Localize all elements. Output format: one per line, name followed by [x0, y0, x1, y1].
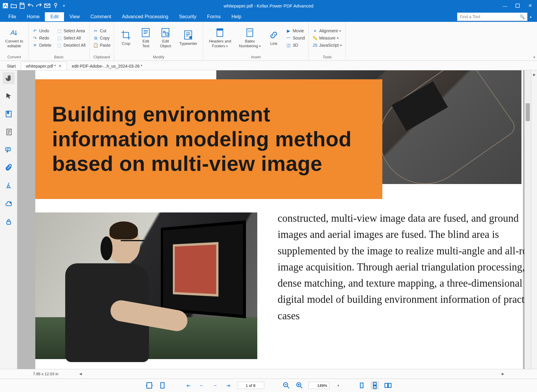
undo-icon: ↶: [32, 28, 38, 34]
3d-button[interactable]: ◫3D: [284, 42, 306, 48]
menu-comment[interactable]: Comment: [85, 12, 116, 21]
headers-footers-button[interactable]: Headers andFooters ▾: [205, 23, 235, 53]
crop-button[interactable]: Crop: [116, 23, 136, 53]
link-button[interactable]: Link: [265, 23, 283, 53]
svg-rect-6: [142, 28, 149, 37]
mail-icon[interactable]: [44, 2, 51, 9]
zoom-in-button[interactable]: [295, 381, 304, 390]
cloud-panel-icon[interactable]: [3, 198, 15, 210]
chevron-down-icon: ▾: [337, 36, 339, 40]
expand-right-icon[interactable]: ▶: [533, 73, 536, 369]
next-page-button[interactable]: →: [211, 381, 219, 390]
select-all-button[interactable]: ⬚Select All: [55, 35, 87, 41]
delete-icon: ✕: [32, 42, 38, 48]
cut-button[interactable]: ✂Cut: [91, 28, 112, 34]
select-area-button[interactable]: ⬚Select Area: [55, 28, 87, 34]
comments-panel-icon[interactable]: [3, 144, 15, 156]
convert-button[interactable]: A Convert to editable: [2, 23, 27, 53]
hscroll-left-icon[interactable]: ◀: [79, 372, 82, 376]
status-bar: 7.86 x 12.03 in ◀ ▶: [0, 369, 537, 379]
tab-whitepaper[interactable]: whitepaper.pdf *✕: [21, 62, 67, 70]
menu-security[interactable]: Security: [174, 12, 202, 21]
redo-icon: ↷: [32, 35, 38, 41]
alignment-button[interactable]: ≡Alignment ▾: [311, 28, 344, 34]
redo-button[interactable]: ↷Redo: [31, 35, 53, 41]
sound-icon: 〰: [286, 35, 291, 41]
last-page-button[interactable]: ⇥: [224, 381, 232, 390]
edit-text-icon: [141, 28, 151, 38]
fit-width-icon[interactable]: [145, 381, 153, 390]
attachment-panel-icon[interactable]: [3, 162, 15, 174]
qat-dropdown-icon[interactable]: ▾: [60, 2, 68, 9]
zoom-dropdown-icon[interactable]: ▾: [334, 381, 343, 390]
deselect-all-button[interactable]: ⬚Deselect All: [55, 42, 87, 48]
menu-forms[interactable]: Forms: [202, 12, 226, 21]
tab-start[interactable]: Start: [2, 62, 21, 70]
facing-view-icon[interactable]: [384, 381, 392, 390]
minimize-button[interactable]: —: [502, 2, 508, 9]
alignment-icon: ≡: [312, 28, 318, 34]
pages-panel-icon[interactable]: [3, 126, 15, 138]
scrollbar-thumb[interactable]: [526, 103, 530, 121]
single-page-view-icon[interactable]: [358, 381, 366, 390]
signatures-panel-icon[interactable]: [3, 180, 15, 192]
bates-icon: 123: [245, 28, 255, 38]
vertical-scrollbar[interactable]: [524, 70, 531, 369]
link-icon: [269, 30, 279, 40]
menu-file[interactable]: File: [3, 12, 22, 21]
edit-object-button[interactable]: EditObject: [156, 23, 175, 53]
ribbon-expand-icon[interactable]: ▾: [533, 55, 535, 59]
bookmark-icon[interactable]: [3, 108, 15, 120]
svg-text:A: A: [10, 29, 15, 36]
window-controls: — ✕: [502, 2, 537, 9]
maximize-button[interactable]: [514, 2, 521, 9]
heading-block: Building environment information modelin…: [35, 79, 382, 199]
security-panel-icon[interactable]: [3, 216, 15, 228]
window-title: whitepaper.pdf - Kofax Power PDF Advance…: [223, 3, 313, 8]
typewriter-button[interactable]: Typewriter: [175, 23, 201, 53]
page-view[interactable]: Building environment information modelin…: [17, 70, 524, 369]
find-tool-input[interactable]: Find a Tool 🔍: [457, 13, 527, 21]
menu-view[interactable]: View: [64, 12, 85, 21]
redo-icon[interactable]: [35, 2, 42, 9]
copy-button[interactable]: ⧉Copy: [91, 35, 112, 41]
zoom-out-button[interactable]: [282, 381, 290, 390]
ribbon-collapse-icon[interactable]: ▴: [527, 15, 534, 19]
group-basic-label: Basic: [29, 54, 89, 60]
javascript-icon: JS: [312, 42, 318, 48]
menu-home[interactable]: Home: [22, 12, 45, 21]
fit-page-icon[interactable]: [158, 381, 167, 390]
menu-advanced[interactable]: Advanced Processing: [117, 12, 174, 21]
select-area-icon: ⬚: [57, 28, 62, 34]
open-icon[interactable]: [10, 2, 17, 9]
article-heading: Building environment information modelin…: [52, 102, 366, 176]
menu-edit[interactable]: Edit: [45, 12, 64, 21]
measure-button[interactable]: 📏Measure ▾: [311, 35, 344, 41]
undo-icon[interactable]: [27, 2, 34, 9]
select-tool[interactable]: [3, 90, 15, 102]
right-panel-rail[interactable]: ▶: [531, 70, 537, 369]
continuous-view-icon[interactable]: [371, 381, 379, 390]
undo-button[interactable]: ↶Undo: [31, 28, 53, 34]
page-number-input[interactable]: [237, 382, 264, 389]
zoom-level-input[interactable]: [308, 382, 329, 389]
group-convert-label: Convert: [0, 54, 28, 60]
edit-text-button[interactable]: EditText: [136, 23, 156, 53]
first-page-button[interactable]: ⇤: [185, 381, 193, 390]
menu-help[interactable]: Help: [226, 12, 247, 21]
sound-button[interactable]: 〰Sound: [284, 35, 306, 41]
paste-button[interactable]: 📋Paste: [91, 42, 112, 48]
ribbon: A Convert to editable Convert ↶Undo ↷Red…: [0, 22, 537, 61]
hscroll-right-icon[interactable]: ▶: [502, 372, 504, 376]
tab-edit-pdf-adobe[interactable]: edit-PDF-Adobe-...h_us_2024-03-26 *: [67, 62, 147, 70]
movie-button[interactable]: ▶Movie: [284, 28, 306, 34]
delete-button[interactable]: ✕Delete: [31, 42, 53, 48]
prev-page-button[interactable]: ←: [198, 381, 206, 390]
bates-numbering-button[interactable]: 123BatesNumbering ▾: [235, 23, 265, 53]
hand-tool[interactable]: [3, 72, 15, 84]
javascript-button[interactable]: JSJavaScript ▾: [311, 42, 344, 48]
attach-icon[interactable]: [52, 2, 59, 9]
save-icon[interactable]: [19, 2, 26, 9]
close-button[interactable]: ✕: [527, 2, 533, 9]
close-icon[interactable]: ✕: [58, 64, 62, 68]
